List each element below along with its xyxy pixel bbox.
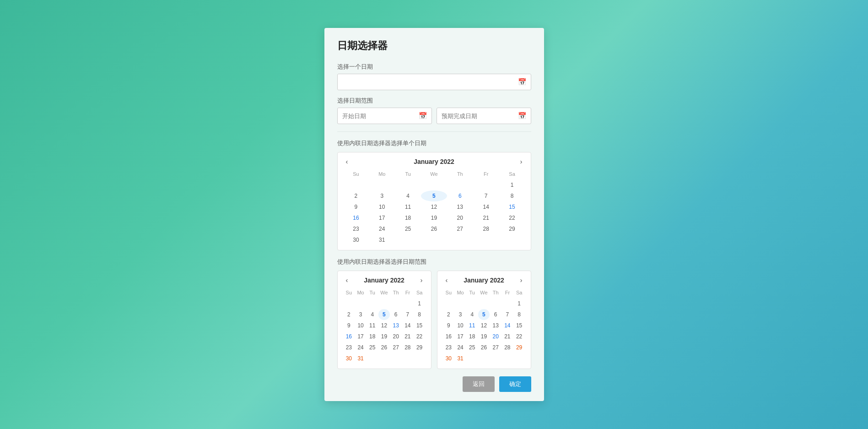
back-button[interactable]: 返回 [463,376,495,392]
table-row[interactable]: 28 [473,223,499,234]
table-row[interactable]: 5 [378,309,390,320]
table-row[interactable]: 10 [369,201,395,212]
table-row[interactable]: 10 [454,320,466,331]
table-row[interactable]: 15 [513,320,525,331]
table-row[interactable]: 12 [421,201,447,212]
table-row[interactable]: 6 [390,309,402,320]
table-row[interactable]: 10 [355,320,367,331]
cal-left-prev[interactable]: ‹ [343,276,351,284]
table-row[interactable]: 8 [414,309,426,320]
table-row[interactable]: 24 [369,223,395,234]
cal-single-prev[interactable]: ‹ [343,157,351,166]
table-row[interactable]: 3 [369,190,395,201]
table-row[interactable]: 31 [355,353,367,364]
table-row[interactable]: 30 [343,234,369,245]
table-row[interactable]: 19 [478,331,490,342]
table-row[interactable]: 22 [513,331,525,342]
table-row[interactable]: 27 [490,342,501,353]
table-row[interactable]: 18 [466,331,478,342]
table-row[interactable]: 26 [478,342,490,353]
table-row[interactable]: 13 [490,320,501,331]
table-row[interactable]: 16 [343,331,355,342]
table-row[interactable]: 7 [473,190,499,201]
table-row[interactable]: 17 [454,331,466,342]
table-row[interactable]: 3 [454,309,466,320]
start-date-input[interactable] [337,108,432,124]
table-row[interactable]: 17 [355,331,367,342]
table-row[interactable]: 20 [447,212,473,223]
table-row[interactable]: 16 [343,212,369,223]
table-row[interactable]: 3 [355,309,367,320]
table-row[interactable]: 4 [466,309,478,320]
table-row[interactable]: 20 [390,331,402,342]
table-row[interactable]: 4 [367,309,378,320]
table-row[interactable]: 21 [473,212,499,223]
table-row[interactable]: 26 [378,342,390,353]
table-row[interactable]: 8 [513,309,525,320]
table-row[interactable]: 13 [447,201,473,212]
table-row[interactable]: 25 [466,342,478,353]
table-row[interactable]: 9 [343,201,369,212]
table-row[interactable]: 19 [421,212,447,223]
table-row[interactable]: 23 [343,342,355,353]
table-row[interactable]: 2 [343,309,355,320]
table-row[interactable]: 29 [414,342,426,353]
table-row[interactable]: 14 [501,320,513,331]
table-row[interactable]: 11 [395,201,421,212]
table-row[interactable]: 18 [367,331,378,342]
table-row[interactable]: 5 [478,309,490,320]
table-row[interactable]: 30 [343,353,355,364]
table-row[interactable]: 22 [414,331,426,342]
table-row[interactable]: 12 [378,320,390,331]
table-row[interactable]: 25 [395,223,421,234]
table-row[interactable]: 16 [443,331,455,342]
table-row[interactable]: 9 [443,320,455,331]
table-row[interactable]: 29 [513,342,525,353]
table-row[interactable]: 1 [499,179,525,190]
table-row[interactable]: 7 [402,309,414,320]
table-row[interactable]: 28 [501,342,513,353]
table-row[interactable]: 23 [343,223,369,234]
table-row[interactable]: 26 [421,223,447,234]
table-row[interactable]: 21 [501,331,513,342]
table-row[interactable]: 5 [421,190,447,201]
table-row[interactable]: 23 [443,342,455,353]
table-row[interactable]: 8 [499,190,525,201]
table-row[interactable]: 6 [447,190,473,201]
table-row[interactable]: 28 [402,342,414,353]
table-row[interactable]: 7 [501,309,513,320]
table-row[interactable]: 14 [402,320,414,331]
table-row[interactable]: 27 [390,342,402,353]
cal-single-next[interactable]: › [517,157,525,166]
table-row[interactable]: 19 [378,331,390,342]
table-row[interactable]: 22 [499,212,525,223]
cal-right-prev[interactable]: ‹ [443,276,451,284]
table-row[interactable]: 1 [414,298,426,309]
table-row[interactable]: 11 [367,320,378,331]
table-row[interactable]: 18 [395,212,421,223]
table-row[interactable]: 24 [355,342,367,353]
table-row[interactable]: 14 [473,201,499,212]
table-row[interactable]: 31 [454,353,466,364]
table-row[interactable]: 21 [402,331,414,342]
table-row[interactable]: 11 [466,320,478,331]
table-row[interactable]: 17 [369,212,395,223]
table-row[interactable]: 6 [490,309,501,320]
table-row[interactable]: 20 [490,331,501,342]
table-row[interactable]: 2 [443,309,455,320]
table-row[interactable]: 15 [499,201,525,212]
table-row[interactable]: 24 [454,342,466,353]
table-row[interactable]: 27 [447,223,473,234]
table-row[interactable]: 2 [343,190,369,201]
table-row[interactable]: 4 [395,190,421,201]
confirm-button[interactable]: 确定 [499,376,531,392]
table-row[interactable]: 25 [367,342,378,353]
table-row[interactable]: 31 [369,234,395,245]
single-date-input[interactable] [337,74,531,90]
table-row[interactable]: 29 [499,223,525,234]
cal-right-next[interactable]: › [517,276,525,284]
end-date-input[interactable] [437,108,531,124]
table-row[interactable]: 9 [343,320,355,331]
table-row[interactable]: 15 [414,320,426,331]
cal-left-next[interactable]: › [417,276,425,284]
